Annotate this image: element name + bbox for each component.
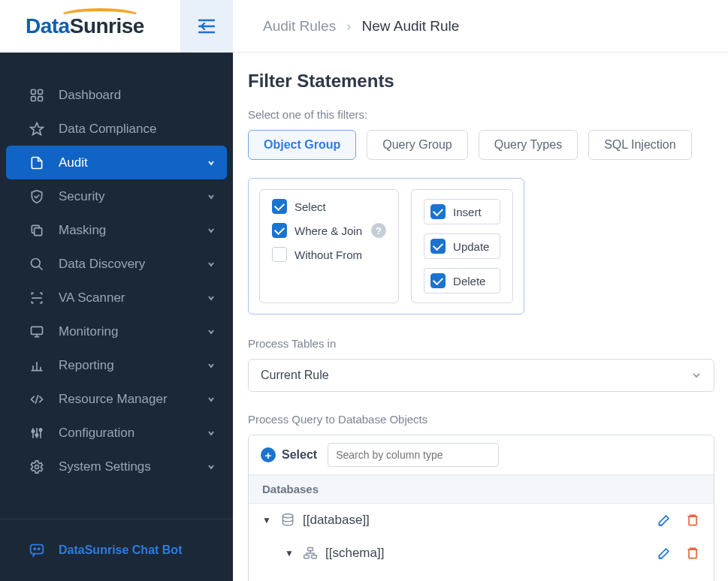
chatbot-label: DataSunrise Chat Bot [59,543,182,557]
sidebar-item-monitoring[interactable]: Monitoring [0,315,233,348]
sidebar-item-label: Data Compliance [59,122,215,137]
chatbot-link[interactable]: DataSunrise Chat Bot [0,533,233,567]
checkbox-label: Delete [453,275,485,287]
svg-rect-27 [31,545,44,554]
copy-icon [27,223,47,238]
checkbox-update[interactable]: Update [424,233,500,259]
column-type-search-input[interactable] [328,443,499,467]
collapse-sidebar-button[interactable] [180,0,233,53]
svg-rect-4 [38,89,43,94]
chevron-down-icon [207,227,215,234]
sidebar-item-system-settings[interactable]: System Settings [0,450,233,483]
chevron-down-icon [207,328,215,336]
breadcrumb-parent[interactable]: Audit Rules [263,18,336,35]
checkbox-label: Select [295,200,326,213]
sidebar-item-label: Resource Manager [59,392,207,407]
checkbox-label: Insert [453,206,482,218]
filter-subheading: Select one of this filters: [248,108,714,121]
help-icon[interactable]: ? [371,223,386,238]
chevron-down-icon [207,463,215,471]
checkbox-icon [430,239,446,254]
sidebar-item-label: Audit [59,155,207,170]
svg-rect-5 [32,96,36,101]
svg-point-23 [35,433,38,435]
sidebar-item-masking[interactable]: Masking [0,213,233,247]
svg-rect-6 [38,96,43,101]
checkbox-icon [272,199,287,214]
tree-label: [[database]] [303,513,657,528]
breadcrumb-current: New Audit Rule [362,18,460,35]
chevron-down-icon [691,370,702,381]
svg-point-26 [35,465,39,468]
sliders-icon [27,426,47,441]
sidebar-item-reporting[interactable]: Reporting [0,348,233,382]
monitor-icon [27,324,47,339]
svg-point-25 [39,429,41,431]
gear-icon [27,459,47,474]
section-heading: Filter Statements [248,71,714,92]
sidebar-item-label: Configuration [59,426,207,441]
caret-icon[interactable]: ▼ [262,515,271,525]
svg-rect-33 [308,548,313,551]
chevron-down-icon [207,159,215,167]
chevron-down-icon [207,294,215,302]
sidebar-item-security[interactable]: Security [0,179,233,213]
sidebar-item-label: VA Scanner [59,290,207,306]
sidebar-item-audit[interactable]: Audit [6,146,227,179]
chevron-down-icon [207,362,215,369]
sidebar-item-data-discovery[interactable]: Data Discovery [0,247,233,281]
delete-icon[interactable] [685,513,700,528]
select-objects-button[interactable]: + Select [261,447,317,462]
checkbox-label: Where & Join [295,224,362,237]
edit-icon[interactable] [657,513,672,528]
nav: DashboardData ComplianceAuditSecurityMas… [0,53,233,505]
filter-left-column: SelectWhere & Join?Without From [259,189,399,303]
sidebar-item-data-compliance[interactable]: Data Compliance [0,112,233,146]
delete-icon[interactable] [685,546,700,561]
sidebar-item-label: Monitoring [59,324,207,339]
svg-point-28 [34,548,35,549]
checkbox-icon [272,247,287,262]
filter-tab-sql-injection[interactable]: SQL Injection [588,130,691,160]
filter-tab-query-group[interactable]: Query Group [367,130,467,160]
db-table-header: Databases [249,475,714,504]
tree-row[interactable]: ▼[[database]] [249,504,714,537]
chevron-down-icon [207,193,215,200]
barchart-icon [27,358,47,373]
sidebar-item-configuration[interactable]: Configuration [0,416,233,450]
svg-rect-8 [35,227,42,235]
filter-tab-query-types[interactable]: Query Types [479,130,578,160]
caret-icon[interactable]: ▼ [285,548,294,558]
checkbox-icon [430,273,446,288]
checkbox-insert[interactable]: Insert [424,199,500,224]
filter-tabs: Object GroupQuery GroupQuery TypesSQL In… [248,130,714,160]
sidebar-item-dashboard[interactable]: Dashboard [0,78,233,112]
process-tables-select[interactable]: Current Rule [248,359,714,392]
svg-point-21 [32,429,34,432]
tree-row[interactable]: ▸test_collection [249,570,714,581]
edit-icon[interactable] [657,546,672,561]
checkbox-where-join[interactable]: Where & Join? [272,223,386,238]
sidebar-item-resource-manager[interactable]: Resource Manager [0,382,233,416]
chevron-down-icon [207,260,215,268]
checkbox-icon [430,204,446,219]
checkbox-without-from[interactable]: Without From [272,247,386,262]
star-icon [27,122,47,137]
filter-tab-object-group[interactable]: Object Group [248,130,356,160]
brand-logo: DataSunrise [0,0,180,53]
svg-rect-37 [689,549,696,558]
checkbox-delete[interactable]: Delete [424,268,500,294]
tree-label: [[schema]] [325,546,657,561]
sidebar-item-label: Reporting [59,358,207,373]
svg-point-30 [282,514,292,518]
sidebar-item-va-scanner[interactable]: VA Scanner [0,281,233,315]
sidebar: DataSunrise DashboardData ComplianceAudi… [0,0,233,581]
checkbox-select[interactable]: Select [272,199,386,214]
sidebar-item-label: Security [59,189,207,204]
tree-row[interactable]: ▼[[schema]] [249,537,714,570]
db-objects-table: + Select Databases ▼[[database]]▼[[schem… [248,435,714,581]
svg-rect-32 [689,516,696,525]
breadcrumb: Audit Rules › New Audit Rule [233,0,728,53]
checkbox-label: Update [453,240,489,253]
schema-icon [303,546,318,560]
